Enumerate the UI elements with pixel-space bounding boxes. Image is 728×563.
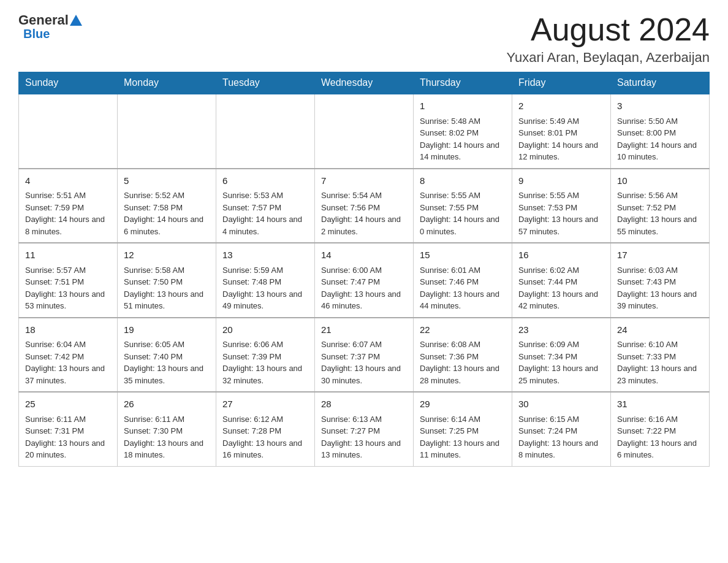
calendar-cell: 21Sunrise: 6:07 AMSunset: 7:37 PMDayligh…	[315, 318, 414, 393]
calendar-cell: 20Sunrise: 6:06 AMSunset: 7:39 PMDayligh…	[216, 318, 315, 393]
day-number: 12	[124, 248, 210, 262]
day-number: 25	[25, 397, 111, 412]
month-title: August 2024	[507, 12, 710, 47]
calendar-cell: 26Sunrise: 6:11 AMSunset: 7:30 PMDayligh…	[118, 392, 216, 466]
day-info: Sunrise: 6:11 AMSunset: 7:30 PMDaylight:…	[124, 413, 210, 461]
calendar-cell	[19, 94, 118, 169]
day-number: 26	[124, 397, 210, 412]
day-of-week-header: Saturday	[611, 72, 710, 94]
location-title: Yuxari Aran, Beylaqan, Azerbaijan	[507, 50, 710, 66]
day-number: 3	[617, 99, 703, 113]
calendar-cell	[118, 94, 216, 169]
logo-triangle-icon	[70, 15, 82, 26]
day-info: Sunrise: 6:12 AMSunset: 7:28 PMDaylight:…	[222, 413, 308, 461]
day-info: Sunrise: 5:59 AMSunset: 7:48 PMDaylight:…	[222, 264, 308, 312]
day-number: 22	[420, 323, 506, 337]
day-info: Sunrise: 6:09 AMSunset: 7:34 PMDaylight:…	[518, 339, 604, 386]
calendar-cell: 4Sunrise: 5:51 AMSunset: 7:59 PMDaylight…	[19, 169, 118, 243]
day-info: Sunrise: 6:16 AMSunset: 7:22 PMDaylight:…	[617, 413, 703, 461]
day-number: 2	[518, 99, 604, 113]
day-info: Sunrise: 6:10 AMSunset: 7:33 PMDaylight:…	[617, 339, 703, 386]
calendar-cell: 31Sunrise: 6:16 AMSunset: 7:22 PMDayligh…	[611, 392, 710, 466]
calendar-cell: 25Sunrise: 6:11 AMSunset: 7:31 PMDayligh…	[19, 392, 118, 466]
day-info: Sunrise: 5:56 AMSunset: 7:52 PMDaylight:…	[617, 190, 703, 237]
day-info: Sunrise: 6:04 AMSunset: 7:42 PMDaylight:…	[25, 339, 111, 386]
day-number: 11	[25, 248, 111, 262]
day-info: Sunrise: 5:53 AMSunset: 7:57 PMDaylight:…	[222, 190, 308, 237]
day-number: 19	[124, 323, 210, 337]
day-number: 9	[518, 174, 604, 188]
day-info: Sunrise: 5:54 AMSunset: 7:56 PMDaylight:…	[321, 190, 407, 237]
day-number: 10	[617, 174, 703, 188]
day-info: Sunrise: 6:14 AMSunset: 7:25 PMDaylight:…	[420, 413, 506, 461]
day-number: 21	[321, 323, 407, 337]
day-of-week-header: Monday	[118, 72, 216, 94]
day-info: Sunrise: 6:08 AMSunset: 7:36 PMDaylight:…	[420, 339, 506, 386]
day-number: 1	[420, 99, 506, 113]
day-info: Sunrise: 5:55 AMSunset: 7:53 PMDaylight:…	[518, 190, 604, 237]
day-info: Sunrise: 5:49 AMSunset: 8:01 PMDaylight:…	[518, 115, 604, 163]
day-number: 17	[617, 248, 703, 262]
calendar-week-row: 18Sunrise: 6:04 AMSunset: 7:42 PMDayligh…	[19, 318, 710, 393]
logo-general-text: General	[18, 12, 69, 28]
day-info: Sunrise: 5:48 AMSunset: 8:02 PMDaylight:…	[420, 115, 506, 163]
logo-blue-text: Blue	[23, 27, 50, 41]
day-info: Sunrise: 6:00 AMSunset: 7:47 PMDaylight:…	[321, 264, 407, 312]
day-info: Sunrise: 6:11 AMSunset: 7:31 PMDaylight:…	[25, 413, 111, 461]
calendar-cell	[315, 94, 414, 169]
calendar-cell: 2Sunrise: 5:49 AMSunset: 8:01 PMDaylight…	[512, 94, 611, 169]
calendar-cell	[216, 94, 315, 169]
calendar-cell: 12Sunrise: 5:58 AMSunset: 7:50 PMDayligh…	[118, 243, 216, 318]
day-number: 24	[617, 323, 703, 337]
calendar-cell: 3Sunrise: 5:50 AMSunset: 8:00 PMDaylight…	[611, 94, 710, 169]
calendar-cell: 23Sunrise: 6:09 AMSunset: 7:34 PMDayligh…	[512, 318, 611, 393]
day-info: Sunrise: 6:03 AMSunset: 7:43 PMDaylight:…	[617, 264, 703, 312]
calendar-cell: 14Sunrise: 6:00 AMSunset: 7:47 PMDayligh…	[315, 243, 414, 318]
calendar-cell: 8Sunrise: 5:55 AMSunset: 7:55 PMDaylight…	[414, 169, 512, 243]
calendar-cell: 1Sunrise: 5:48 AMSunset: 8:02 PMDaylight…	[414, 94, 512, 169]
calendar-header-row: SundayMondayTuesdayWednesdayThursdayFrid…	[19, 72, 710, 94]
logo: General Blue	[18, 12, 83, 41]
calendar-cell: 30Sunrise: 6:15 AMSunset: 7:24 PMDayligh…	[512, 392, 611, 466]
day-number: 27	[222, 397, 308, 412]
day-number: 18	[25, 323, 111, 337]
day-number: 7	[321, 174, 407, 188]
day-number: 23	[518, 323, 604, 337]
day-info: Sunrise: 5:58 AMSunset: 7:50 PMDaylight:…	[124, 264, 210, 312]
day-info: Sunrise: 6:07 AMSunset: 7:37 PMDaylight:…	[321, 339, 407, 386]
page-header: General Blue August 2024 Yuxari Aran, Be…	[18, 12, 710, 66]
calendar-week-row: 11Sunrise: 5:57 AMSunset: 7:51 PMDayligh…	[19, 243, 710, 318]
day-of-week-header: Wednesday	[315, 72, 414, 94]
day-number: 14	[321, 248, 407, 262]
calendar-cell: 10Sunrise: 5:56 AMSunset: 7:52 PMDayligh…	[611, 169, 710, 243]
day-info: Sunrise: 5:52 AMSunset: 7:58 PMDaylight:…	[124, 190, 210, 237]
day-info: Sunrise: 6:02 AMSunset: 7:44 PMDaylight:…	[518, 264, 604, 312]
day-of-week-header: Thursday	[414, 72, 512, 94]
calendar-cell: 27Sunrise: 6:12 AMSunset: 7:28 PMDayligh…	[216, 392, 315, 466]
day-number: 13	[222, 248, 308, 262]
calendar-cell: 18Sunrise: 6:04 AMSunset: 7:42 PMDayligh…	[19, 318, 118, 393]
day-info: Sunrise: 6:01 AMSunset: 7:46 PMDaylight:…	[420, 264, 506, 312]
day-number: 5	[124, 174, 210, 188]
calendar-cell: 19Sunrise: 6:05 AMSunset: 7:40 PMDayligh…	[118, 318, 216, 393]
title-section: August 2024 Yuxari Aran, Beylaqan, Azerb…	[507, 12, 710, 66]
calendar-cell: 16Sunrise: 6:02 AMSunset: 7:44 PMDayligh…	[512, 243, 611, 318]
calendar-table: SundayMondayTuesdayWednesdayThursdayFrid…	[18, 72, 710, 467]
calendar-cell: 5Sunrise: 5:52 AMSunset: 7:58 PMDaylight…	[118, 169, 216, 243]
day-of-week-header: Friday	[512, 72, 611, 94]
day-info: Sunrise: 6:05 AMSunset: 7:40 PMDaylight:…	[124, 339, 210, 386]
day-info: Sunrise: 5:57 AMSunset: 7:51 PMDaylight:…	[25, 264, 111, 312]
calendar-cell: 11Sunrise: 5:57 AMSunset: 7:51 PMDayligh…	[19, 243, 118, 318]
calendar-cell: 6Sunrise: 5:53 AMSunset: 7:57 PMDaylight…	[216, 169, 315, 243]
day-number: 20	[222, 323, 308, 337]
day-info: Sunrise: 5:50 AMSunset: 8:00 PMDaylight:…	[617, 115, 703, 163]
calendar-week-row: 4Sunrise: 5:51 AMSunset: 7:59 PMDaylight…	[19, 169, 710, 243]
day-number: 29	[420, 397, 506, 412]
day-number: 16	[518, 248, 604, 262]
day-number: 31	[617, 397, 703, 412]
day-info: Sunrise: 5:55 AMSunset: 7:55 PMDaylight:…	[420, 190, 506, 237]
calendar-cell: 13Sunrise: 5:59 AMSunset: 7:48 PMDayligh…	[216, 243, 315, 318]
day-of-week-header: Tuesday	[216, 72, 315, 94]
day-number: 8	[420, 174, 506, 188]
calendar-week-row: 25Sunrise: 6:11 AMSunset: 7:31 PMDayligh…	[19, 392, 710, 466]
